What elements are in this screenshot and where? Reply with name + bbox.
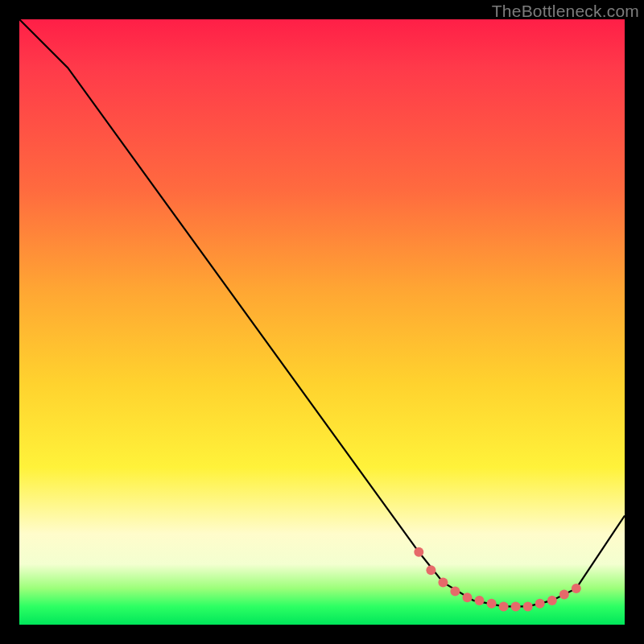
chart-frame xyxy=(19,19,625,625)
valley-dot xyxy=(547,596,557,605)
valley-dot-group xyxy=(414,547,581,612)
bottleneck-curve-path xyxy=(19,19,625,606)
valley-dot xyxy=(475,596,485,605)
valley-dot xyxy=(535,599,545,609)
valley-dot xyxy=(450,587,460,597)
valley-dot xyxy=(487,599,497,609)
valley-dot xyxy=(559,589,569,599)
valley-dot xyxy=(523,601,533,611)
valley-dot xyxy=(511,601,521,611)
valley-dot xyxy=(426,565,436,575)
valley-dot xyxy=(463,592,473,602)
chart-svg xyxy=(19,19,625,625)
watermark-text: TheBottleneck.com xyxy=(492,2,639,21)
valley-dot xyxy=(438,577,448,587)
valley-dot xyxy=(414,547,423,557)
valley-dot xyxy=(572,584,581,593)
valley-dot xyxy=(499,601,509,611)
